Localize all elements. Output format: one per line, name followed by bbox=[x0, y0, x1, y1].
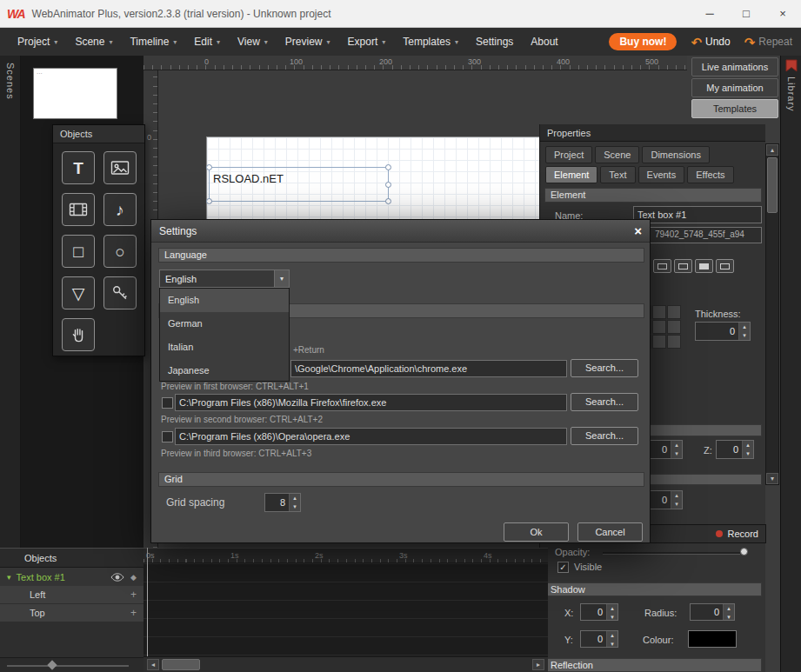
option-german[interactable]: German bbox=[160, 312, 289, 336]
spinner-buttons[interactable]: ▴▾ bbox=[606, 631, 617, 647]
spin-up-icon[interactable]: ▴ bbox=[290, 494, 300, 502]
spin-down-icon[interactable]: ▾ bbox=[671, 449, 682, 458]
spin-up-icon[interactable]: ▴ bbox=[607, 631, 617, 640]
spinner-buttons[interactable]: ▴▾ bbox=[671, 441, 682, 458]
thickness-spinner[interactable]: 0 ▴▾ bbox=[695, 322, 751, 341]
text-tool-button[interactable]: T bbox=[62, 151, 95, 184]
spinner-buttons[interactable]: ▴▾ bbox=[738, 323, 750, 340]
timeline-ruler[interactable]: 0s 1s 2s 3s 4s bbox=[144, 548, 548, 563]
property-row-top[interactable]: Top + bbox=[0, 604, 144, 622]
tab-element[interactable]: Element bbox=[545, 166, 597, 183]
scroll-left-icon[interactable]: ◂ bbox=[147, 659, 159, 670]
menu-preview[interactable]: Preview▾ bbox=[277, 28, 339, 56]
spin-down-icon[interactable]: ▾ bbox=[607, 640, 617, 649]
shadow-colour-swatch[interactable] bbox=[688, 630, 737, 648]
zoom-slider-handle[interactable] bbox=[47, 660, 57, 669]
menu-view[interactable]: View▾ bbox=[229, 28, 277, 56]
menu-about[interactable]: About bbox=[522, 28, 566, 56]
browser3-path-input[interactable] bbox=[175, 428, 567, 445]
spinner-buttons[interactable]: ▴▾ bbox=[742, 441, 753, 458]
browser1-path-input[interactable] bbox=[290, 360, 567, 377]
library-tab[interactable]: Library bbox=[786, 77, 797, 112]
spin-down-icon[interactable]: ▾ bbox=[607, 613, 617, 622]
textbox-text[interactable]: RSLOAD.nET bbox=[213, 172, 284, 185]
visible-checkbox[interactable]: ✓ bbox=[557, 562, 569, 573]
key-tool-button[interactable] bbox=[103, 276, 137, 309]
browser2-checkbox[interactable] bbox=[162, 397, 173, 409]
property-row-left[interactable]: Left + bbox=[0, 586, 144, 604]
browser2-path-input[interactable] bbox=[175, 394, 567, 411]
zoom-slider-track[interactable] bbox=[7, 665, 129, 667]
tree-expand-icon[interactable]: ▾ bbox=[7, 573, 11, 582]
grid-spacing-spinner[interactable]: 8 ▴▾ bbox=[264, 493, 301, 512]
selection-handle[interactable] bbox=[206, 164, 212, 170]
menu-edit[interactable]: Edit▾ bbox=[185, 28, 229, 56]
scrollbar-thumb[interactable] bbox=[767, 157, 778, 213]
scroll-up-icon[interactable]: ▴ bbox=[766, 144, 778, 156]
record-button[interactable]: Record bbox=[728, 529, 758, 539]
close-button[interactable]: × bbox=[764, 0, 801, 28]
scroll-right-icon[interactable]: ▸ bbox=[532, 659, 544, 670]
ok-button[interactable]: Ok bbox=[504, 522, 569, 542]
timeline-scrollbar[interactable]: ◂ ▸ bbox=[144, 656, 548, 672]
menu-scene[interactable]: Scene▾ bbox=[66, 28, 121, 56]
minimize-button[interactable]: ─ bbox=[691, 0, 728, 28]
spinner-buttons[interactable]: ▴▾ bbox=[671, 491, 682, 509]
menu-templates[interactable]: Templates▾ bbox=[394, 28, 467, 56]
cancel-button[interactable]: Cancel bbox=[577, 522, 643, 542]
spin-up-icon[interactable]: ▴ bbox=[607, 604, 617, 613]
triangle-tool-button[interactable]: ▽ bbox=[62, 276, 95, 309]
menu-project[interactable]: Project▾ bbox=[9, 28, 66, 56]
add-keyframe-icon[interactable]: + bbox=[130, 607, 137, 619]
hand-tool-button[interactable] bbox=[62, 318, 95, 351]
spin-up-icon[interactable]: ▴ bbox=[671, 491, 682, 500]
maximize-button[interactable]: □ bbox=[728, 0, 764, 28]
scroll-down-icon[interactable]: ▾ bbox=[766, 473, 778, 484]
textbox-selection[interactable]: RSLOAD.nET bbox=[209, 167, 389, 202]
spin-up-icon[interactable]: ▴ bbox=[724, 604, 734, 613]
scenes-tab[interactable]: Scenes bbox=[5, 63, 16, 100]
align-icon[interactable] bbox=[695, 259, 713, 273]
shadow-y-spinner[interactable]: 0 ▴▾ bbox=[580, 630, 618, 648]
dialog-close-icon[interactable]: × bbox=[634, 224, 642, 237]
timeline-lanes[interactable] bbox=[144, 563, 548, 656]
layer-row[interactable]: ▾ Text box #1 ◆ bbox=[0, 568, 144, 586]
tab-project[interactable]: Project bbox=[545, 146, 592, 163]
browser3-checkbox[interactable] bbox=[162, 431, 173, 442]
menu-export[interactable]: Export▾ bbox=[339, 28, 395, 56]
spinner-buttons[interactable]: ▴▾ bbox=[289, 494, 300, 511]
opacity-slider-track[interactable] bbox=[603, 552, 740, 555]
option-italian[interactable]: Italian bbox=[160, 336, 289, 359]
image-tool-button[interactable] bbox=[103, 151, 137, 184]
spinner-buttons[interactable]: ▴▾ bbox=[723, 604, 734, 620]
align-icon[interactable] bbox=[674, 259, 692, 273]
tab-text[interactable]: Text bbox=[600, 166, 635, 183]
browser3-search-button[interactable]: Search... bbox=[571, 427, 638, 445]
add-keyframe-icon[interactable]: + bbox=[130, 589, 137, 601]
selection-handle[interactable] bbox=[385, 164, 391, 170]
shadow-x-spinner[interactable]: 0 ▴▾ bbox=[580, 603, 618, 621]
music-tool-button[interactable]: ♪ bbox=[103, 193, 137, 226]
library-live-animations-button[interactable]: Live animations bbox=[691, 57, 778, 77]
browser2-search-button[interactable]: Search... bbox=[571, 393, 638, 411]
align-icon[interactable] bbox=[653, 259, 671, 273]
spin-down-icon[interactable]: ▾ bbox=[743, 449, 753, 458]
z-spinner[interactable]: 0 ▴▾ bbox=[716, 440, 754, 459]
tab-events[interactable]: Events bbox=[638, 166, 685, 183]
menu-timeline[interactable]: Timeline▾ bbox=[121, 28, 185, 56]
video-tool-button[interactable] bbox=[62, 193, 95, 226]
language-dropdown[interactable]: English ▾ bbox=[159, 269, 290, 288]
spin-down-icon[interactable]: ▾ bbox=[290, 502, 300, 511]
selection-handle[interactable] bbox=[206, 198, 212, 204]
library-my-animation-button[interactable]: My animation bbox=[691, 78, 778, 97]
tab-dimensions[interactable]: Dimensions bbox=[642, 146, 709, 163]
shadow-radius-spinner[interactable]: 0 ▴▾ bbox=[690, 603, 735, 621]
browser1-search-button[interactable]: Search... bbox=[571, 359, 638, 377]
eye-icon[interactable] bbox=[110, 573, 124, 582]
layer-name[interactable]: Text box #1 bbox=[17, 572, 65, 582]
tab-scene[interactable]: Scene bbox=[595, 146, 639, 163]
spinner-buttons[interactable]: ▴▾ bbox=[606, 604, 617, 620]
tab-effects[interactable]: Effects bbox=[687, 166, 733, 183]
repeat-button[interactable]: ↷ Repeat bbox=[744, 36, 792, 49]
spin-down-icon[interactable]: ▾ bbox=[671, 500, 682, 509]
